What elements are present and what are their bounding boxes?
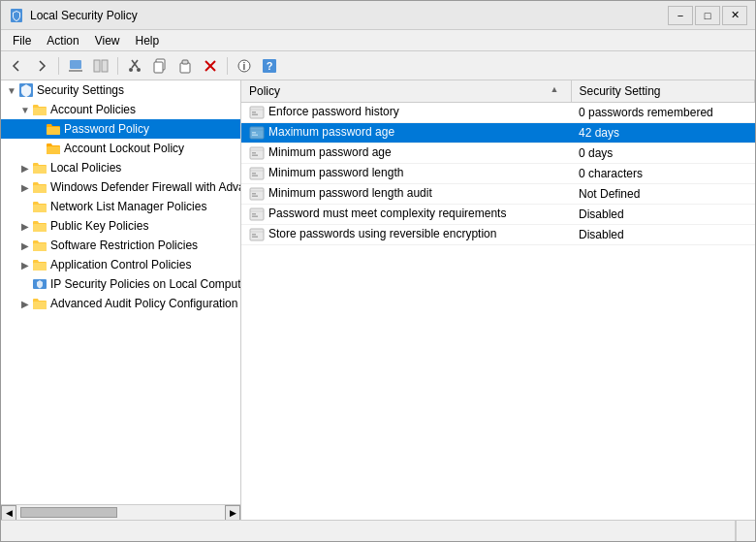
tree-label-software-restriction: Software Restriction Policies — [50, 239, 198, 252]
svg-rect-27 — [33, 243, 47, 251]
tree-item-account-policies[interactable]: ▼ Account Policies — [1, 100, 240, 119]
expander-public-key: ▶ — [18, 219, 32, 233]
table-row[interactable]: Minimum password length0 characters — [241, 163, 755, 183]
tree-item-local-policies[interactable]: ▶ Local Policies — [1, 158, 240, 177]
show-hide-button[interactable] — [89, 55, 112, 77]
delete-button[interactable] — [199, 55, 222, 77]
svg-rect-10 — [154, 62, 163, 73]
title-bar: Local Security Policy − □ ✕ — [1, 1, 755, 30]
menu-file[interactable]: File — [5, 32, 39, 49]
tree-item-account-lockout[interactable]: Account Lockout Policy — [1, 139, 240, 158]
svg-rect-20 — [33, 108, 47, 115]
tree-label-network-list: Network List Manager Policies — [50, 200, 206, 213]
back-button[interactable] — [5, 55, 28, 77]
table-row[interactable]: Password must meet complexity requiremen… — [241, 204, 755, 224]
column-header-policy[interactable]: Policy ▲ — [241, 80, 571, 102]
left-panel: ▼ Security Settings ▼ Account Policies — [1, 80, 241, 520]
left-panel-hscrollbar[interactable]: ◀ ▶ — [1, 504, 240, 520]
svg-rect-53 — [252, 213, 256, 215]
policy-row-icon — [249, 207, 268, 220]
menu-bar: File Action View Help — [1, 30, 755, 51]
tree-item-advanced-audit[interactable]: ▶ Advanced Audit Policy Configuration — [1, 294, 240, 313]
table-header-row: Policy ▲ Security Setting — [241, 80, 755, 102]
svg-rect-57 — [252, 234, 256, 236]
tree-item-application-control[interactable]: ▶ Application Control Policies — [1, 255, 240, 274]
content-area: ▼ Security Settings ▼ Account Policies — [1, 80, 755, 520]
tree-item-windows-defender[interactable]: ▶ Windows Defender Firewall with Adva... — [1, 177, 240, 197]
expander-account-policies: ▼ — [18, 103, 32, 116]
close-button[interactable]: ✕ — [722, 6, 747, 25]
expander-icon: ▼ — [5, 83, 18, 97]
svg-rect-37 — [252, 132, 256, 134]
cut-button[interactable] — [123, 55, 146, 77]
tree-item-software-restriction[interactable]: ▶ Software Restriction Policies — [1, 236, 240, 255]
svg-rect-42 — [252, 154, 258, 156]
table-row[interactable]: Store passwords using reversible encrypt… — [241, 224, 755, 244]
windows-defender-icon — [32, 179, 47, 195]
minimize-button[interactable]: − — [668, 6, 693, 25]
svg-rect-21 — [47, 127, 60, 135]
expander-local-policies: ▶ — [18, 161, 32, 175]
menu-action[interactable]: Action — [39, 32, 86, 49]
policy-cell: Minimum password age — [241, 143, 571, 163]
policy-name: Store passwords using reversible encrypt… — [268, 227, 496, 240]
svg-rect-3 — [94, 60, 100, 72]
h-scrollbar-thumb[interactable] — [20, 507, 117, 518]
tree-label-ip-security: IP Security Policies on Local Compute... — [50, 277, 240, 291]
svg-rect-49 — [252, 193, 256, 195]
properties-button[interactable]: i — [233, 55, 256, 77]
tree-item-password-policy[interactable]: Password Policy — [1, 119, 240, 139]
tree-item-ip-security[interactable]: IP Security Policies on Local Compute... — [1, 274, 240, 294]
svg-point-8 — [137, 68, 141, 72]
svg-rect-58 — [252, 236, 258, 238]
expander-network-list — [18, 200, 32, 213]
table-row[interactable]: Maximum password age42 days — [241, 122, 755, 143]
svg-rect-23 — [33, 166, 47, 174]
policy-table-body: Enforce password history0 passwords reme… — [241, 102, 755, 244]
scroll-left-btn[interactable]: ◀ — [1, 505, 16, 520]
svg-rect-26 — [33, 224, 47, 232]
application-control-icon — [32, 257, 47, 272]
up-icon — [68, 58, 83, 74]
help-button[interactable]: ? — [258, 55, 281, 77]
properties-icon: i — [236, 58, 252, 74]
tree-item-public-key[interactable]: ▶ Public Key Policies — [1, 216, 240, 236]
policy-cell: Minimum password length audit — [241, 183, 571, 204]
tree-item-network-list[interactable]: Network List Manager Policies — [1, 197, 240, 216]
expander-account-lockout — [32, 142, 46, 155]
setting-cell: Not Defined — [571, 183, 755, 204]
forward-button[interactable] — [30, 55, 53, 77]
svg-rect-50 — [252, 195, 258, 197]
expander-application-control: ▶ — [18, 258, 32, 271]
policy-row-icon — [249, 166, 268, 179]
menu-view[interactable]: View — [87, 32, 128, 49]
status-text — [1, 521, 736, 541]
policy-cell: Enforce password history — [241, 102, 571, 122]
window-controls: − □ ✕ — [668, 6, 747, 25]
paste-button[interactable] — [173, 55, 197, 77]
table-row[interactable]: Minimum password age0 days — [241, 143, 755, 163]
setting-cell: 0 passwords remembered — [571, 102, 755, 122]
right-panel: Policy ▲ Security Setting Enforce passwo… — [241, 80, 755, 520]
copy-button[interactable] — [148, 55, 172, 77]
up-button[interactable] — [64, 55, 87, 77]
table-row[interactable]: Minimum password length auditNot Defined — [241, 183, 755, 204]
menu-help[interactable]: Help — [128, 32, 168, 49]
tree-scroll-area[interactable]: ▼ Security Settings ▼ Account Policies — [1, 80, 240, 504]
policy-name: Enforce password history — [268, 105, 399, 118]
table-row[interactable]: Enforce password history0 passwords reme… — [241, 102, 755, 122]
password-policy-icon — [46, 121, 61, 137]
scroll-right-btn[interactable]: ▶ — [225, 505, 240, 520]
setting-cell: 0 days — [571, 143, 755, 163]
column-header-setting[interactable]: Security Setting — [571, 80, 755, 102]
tree-item-security-settings[interactable]: ▼ Security Settings — [1, 80, 240, 100]
network-list-icon — [32, 199, 47, 214]
delete-icon — [203, 58, 218, 74]
policy-name: Minimum password length audit — [268, 186, 432, 200]
toolbar: i ? — [1, 51, 755, 80]
expander-ip-security — [18, 277, 32, 291]
maximize-button[interactable]: □ — [695, 6, 720, 25]
policy-row-icon — [249, 105, 268, 118]
svg-rect-24 — [33, 185, 47, 193]
back-icon — [9, 58, 24, 74]
